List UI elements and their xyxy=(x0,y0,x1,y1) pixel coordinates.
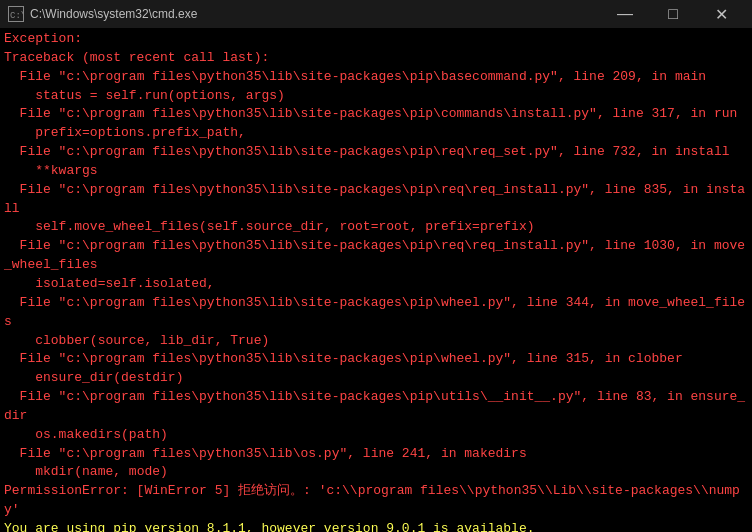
close-button[interactable]: ✕ xyxy=(698,0,744,28)
console-line: **kwargs xyxy=(4,162,748,181)
svg-text:C:\: C:\ xyxy=(10,11,23,21)
console-output: Exception:Traceback (most recent call la… xyxy=(0,28,752,532)
console-line: status = self.run(options, args) xyxy=(4,87,748,106)
console-line: os.makedirs(path) xyxy=(4,426,748,445)
console-line: PermissionError: [WinError 5] 拒绝访问。: 'c:… xyxy=(4,482,748,520)
console-line: clobber(source, lib_dir, True) xyxy=(4,332,748,351)
console-line: File "c:\program files\python35\lib\site… xyxy=(4,388,748,426)
console-line: self.move_wheel_files(self.source_dir, r… xyxy=(4,218,748,237)
console-line: File "c:\program files\python35\lib\os.p… xyxy=(4,445,748,464)
window-controls[interactable]: — □ ✕ xyxy=(602,0,744,28)
console-line: You are using pip version 8.1.1, however… xyxy=(4,520,748,532)
window-title: C:\Windows\system32\cmd.exe xyxy=(30,7,197,21)
console-line: ensure_dir(destdir) xyxy=(4,369,748,388)
console-line: File "c:\program files\python35\lib\site… xyxy=(4,181,748,219)
console-line: File "c:\program files\python35\lib\site… xyxy=(4,350,748,369)
console-line: File "c:\program files\python35\lib\site… xyxy=(4,105,748,124)
console-line: Traceback (most recent call last): xyxy=(4,49,748,68)
console-line: Exception: xyxy=(4,30,748,49)
console-line: File "c:\program files\python35\lib\site… xyxy=(4,294,748,332)
title-bar: C:\ C:\Windows\system32\cmd.exe — □ ✕ xyxy=(0,0,752,28)
console-line: isolated=self.isolated, xyxy=(4,275,748,294)
console-line: File "c:\program files\python35\lib\site… xyxy=(4,68,748,87)
console-line: mkdir(name, mode) xyxy=(4,463,748,482)
minimize-button[interactable]: — xyxy=(602,0,648,28)
console-line: prefix=options.prefix_path, xyxy=(4,124,748,143)
console-line: File "c:\program files\python35\lib\site… xyxy=(4,143,748,162)
maximize-button[interactable]: □ xyxy=(650,0,696,28)
cmd-icon: C:\ xyxy=(8,6,24,22)
title-bar-left: C:\ C:\Windows\system32\cmd.exe xyxy=(8,6,197,22)
console-line: File "c:\program files\python35\lib\site… xyxy=(4,237,748,275)
